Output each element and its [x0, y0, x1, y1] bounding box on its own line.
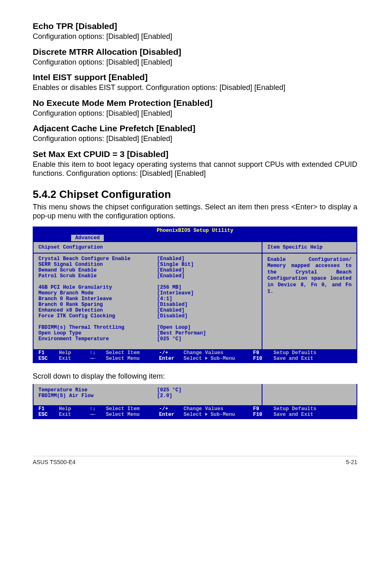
- key-esc: ESC: [38, 412, 59, 417]
- key-f9: F9: [253, 350, 273, 356]
- bios-row[interactable]: Demand Scrub Enable[Enabled]: [38, 267, 257, 273]
- bios-body: Chipset Configuration Crystal Beach Conf…: [34, 242, 356, 349]
- bios-row[interactable]: Force ITK Config Clocking[Disabled]: [38, 313, 257, 319]
- label-save-exit: Save and Exit: [273, 412, 352, 417]
- label-select-submenu: Select Sub-Menu: [184, 412, 253, 417]
- label-save-exit: Save and Exit: [273, 356, 352, 361]
- setting-desc: Configuration options: [Disabled] [Enabl…: [33, 32, 357, 41]
- setting-desc: Configuration options: [Disabled] [Enabl…: [33, 134, 357, 144]
- bios-help-title: Item Specific Help: [262, 242, 356, 254]
- bios-row[interactable]: SERR Signal Condition[Single Bit]: [38, 262, 257, 267]
- bios-value: [Enabled]: [157, 273, 257, 279]
- bios-row[interactable]: Open Loop Type[Best Performan]: [38, 330, 257, 336]
- key-arrows-updown-icon: ↑↓: [90, 406, 106, 412]
- bios-row[interactable]: Branch 0 Rank Sparing[Disabled]: [38, 302, 257, 307]
- label-setup-defaults: Setup Defaults: [273, 406, 352, 412]
- bios-group: FBDIMM(s) Thermal Throttling[Open Loop] …: [38, 325, 257, 342]
- bios-value: [Interleave]: [157, 290, 257, 296]
- bios-footer: F1 ESC Help Exit ↑↓ →← Select Item Selec…: [34, 405, 356, 418]
- setting-desc: Configuration options: [Disabled] [Enabl…: [33, 58, 357, 67]
- bios-label: Force ITK Config Clocking: [38, 313, 157, 319]
- setting-desc: Enables or disables EIST support. Config…: [33, 83, 357, 92]
- bios-value: [Enabled]: [157, 256, 257, 262]
- setting-desc: Enable this item to boot legacy operatin…: [33, 160, 357, 178]
- key-f9: F9: [253, 406, 273, 412]
- footer-labels: Help Exit: [59, 406, 90, 417]
- bios-left-panel: Chipset Configuration Crystal Beach Conf…: [34, 242, 262, 349]
- footer-labels: Help Exit: [59, 350, 90, 361]
- setting-title: Intel EIST support [Enabled]: [33, 72, 357, 82]
- bios-items: Crystal Beach Configure Enable[Enabled] …: [34, 254, 262, 349]
- label-help: Help: [59, 350, 90, 356]
- bios-label: Demand Scrub Enable: [38, 267, 157, 273]
- bios-row[interactable]: Environment Temperature[025 °C]: [38, 336, 257, 342]
- triangle-right-icon: [205, 357, 208, 360]
- setting-title: Set Max Ext CPUID = 3 [Disabled]: [33, 149, 357, 159]
- bios-right-panel: Item Specific Help Enable Configuration/…: [262, 242, 356, 349]
- bios-title-bar: PhoenixBIOS Setup Utility: [34, 227, 356, 235]
- bios2-left-panel: Temperature Rise[025 °C] FBDIMM(S) Air F…: [34, 384, 262, 405]
- setting-title: Discrete MTRR Allocation [Disabled]: [33, 47, 357, 57]
- footer-labels: Select Item Select Menu: [106, 350, 159, 361]
- bios-panel-title: Chipset Configuration: [34, 242, 262, 254]
- bios-value: [2.0]: [157, 393, 257, 399]
- bios-row[interactable]: FBDIMM(s) Thermal Throttling[Open Loop]: [38, 325, 257, 330]
- bios-row[interactable]: Patrol Scrub Enable[Enabled]: [38, 273, 257, 279]
- bios2-body: Temperature Rise[025 °C] FBDIMM(S) Air F…: [34, 384, 356, 405]
- document-body: Echo TPR [Disabled] Configuration option…: [33, 21, 357, 465]
- key-arrows-updown-icon: ↑↓: [90, 350, 106, 356]
- footer-keys: F1 ESC: [38, 350, 59, 361]
- label-setup-defaults: Setup Defaults: [273, 350, 352, 356]
- bios-tab-spacer: [34, 235, 71, 241]
- bios-row[interactable]: Crystal Beach Configure Enable[Enabled]: [38, 256, 257, 262]
- scroll-caption: Scroll down to display the following ite…: [33, 372, 357, 381]
- setting-title: Adjacent Cache Line Prefetch [Enabled]: [33, 123, 357, 133]
- footer-keys: F9 F10: [253, 350, 273, 361]
- bios-row[interactable]: Enhanced x8 Detection[Enabled]: [38, 307, 257, 313]
- bios-row[interactable]: Temperature Rise[025 °C]: [38, 387, 257, 393]
- label-select-menu: Select Menu: [106, 412, 159, 417]
- bios-value: [Enabled]: [157, 307, 257, 313]
- bios-row[interactable]: Branch 0 Rank Interleave[4:1]: [38, 296, 257, 302]
- key-f10: F10: [253, 412, 273, 417]
- footer-labels: Change Values Select Sub-Menu: [184, 406, 253, 417]
- footer-keys: ↑↓ →←: [90, 406, 106, 417]
- key-minus-plus: -/+: [159, 406, 184, 412]
- label-change-values: Change Values: [184, 406, 253, 412]
- footer-keys: -/+ Enter: [159, 350, 184, 361]
- bios-footer: F1 ESC Help Exit ↑↓ →← Select Item Selec…: [34, 349, 356, 362]
- bios-tab-advanced[interactable]: Advanced: [71, 235, 104, 241]
- label-select-submenu: Select Sub-Menu: [184, 356, 253, 361]
- bios-help-text: Enable Configuration/ Memory mapped acce…: [262, 254, 356, 298]
- footer-keys: F1 ESC: [38, 406, 59, 417]
- bios-value: [Disabled]: [157, 313, 257, 319]
- footer-page-number: 5-21: [346, 459, 357, 465]
- bios-value: [025 °C]: [157, 387, 257, 393]
- bios-label: Crystal Beach Configure Enable: [38, 256, 157, 262]
- setting-title: Echo TPR [Disabled]: [33, 21, 357, 31]
- page-footer: ASUS TS500-E4 5-21: [33, 456, 357, 465]
- label-change-values: Change Values: [184, 350, 253, 356]
- bios-label: Memory Branch Mode: [38, 290, 157, 296]
- label-select-item: Select Item: [106, 350, 159, 356]
- bios-row[interactable]: 4GB PCI Hole Granularity[256 MB]: [38, 285, 257, 290]
- key-f10: F10: [253, 356, 273, 361]
- footer-labels: Setup Defaults Save and Exit: [273, 350, 352, 361]
- bios-label: FBDIMM(s) Thermal Throttling: [38, 325, 157, 330]
- section-heading: 5.4.2 Chipset Configuration: [33, 188, 357, 201]
- bios-tab-bar: Advanced: [34, 235, 356, 242]
- triangle-right-icon: [205, 413, 208, 416]
- bios-row[interactable]: FBDIMM(S) Air Flow[2.0]: [38, 393, 257, 399]
- bios-label: SERR Signal Condition: [38, 262, 157, 267]
- bios-label: FBDIMM(S) Air Flow: [38, 393, 157, 399]
- label-select-item: Select Item: [106, 406, 159, 412]
- bios-row[interactable]: Memory Branch Mode[Interleave]: [38, 290, 257, 296]
- footer-labels: Select Item Select Menu: [106, 406, 159, 417]
- key-f1: F1: [38, 350, 59, 356]
- key-enter: Enter: [159, 412, 184, 417]
- bios-label: Environment Temperature: [38, 336, 157, 342]
- bios-value: [Best Performan]: [157, 330, 257, 336]
- key-esc: ESC: [38, 356, 59, 361]
- bios-value: [Enabled]: [157, 267, 257, 273]
- bios-window-continued: Temperature Rise[025 °C] FBDIMM(S) Air F…: [33, 384, 357, 419]
